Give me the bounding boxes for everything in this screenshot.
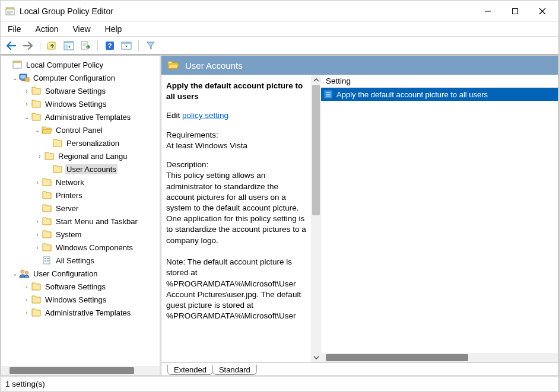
menu-action[interactable]: Action — [33, 23, 61, 35]
folder-icon — [52, 164, 63, 174]
show-hide-tree-button[interactable] — [62, 39, 76, 53]
chevron-right-icon[interactable]: › — [33, 244, 42, 251]
tree-control-panel[interactable]: ⌄ Control Panel — [1, 123, 160, 136]
chevron-right-icon[interactable]: › — [36, 153, 44, 160]
menu-file[interactable]: File — [5, 23, 24, 35]
policy-item-icon — [323, 90, 333, 99]
tree-user-admin[interactable]: › Administrative Templates — [1, 306, 160, 319]
folder-icon — [31, 308, 42, 317]
svg-rect-29 — [45, 260, 46, 262]
svg-rect-11 — [65, 44, 68, 49]
svg-rect-25 — [25, 78, 29, 81]
chevron-right-icon[interactable]: › — [33, 179, 42, 186]
svg-point-32 — [26, 272, 28, 275]
requirements-text: At least Windows Vista — [166, 141, 306, 151]
forward-button[interactable] — [21, 39, 35, 53]
help-button[interactable]: ? — [103, 39, 117, 53]
maximize-button[interactable] — [501, 2, 529, 20]
scrollbar-track[interactable] — [311, 85, 321, 352]
svg-rect-10 — [64, 42, 74, 43]
back-button[interactable] — [4, 39, 18, 53]
scroll-up-arrow[interactable] — [311, 75, 321, 85]
tree-software-settings[interactable]: › Software Settings — [1, 84, 160, 97]
folder-icon — [42, 230, 52, 239]
folder-icon — [31, 99, 42, 109]
chevron-down-icon[interactable]: ⌄ — [23, 114, 31, 120]
tree-regional[interactable]: › Regional and Langu — [1, 149, 160, 162]
window-title: Local Group Policy Editor — [20, 7, 474, 16]
tree-all-settings[interactable]: All Settings — [1, 254, 160, 267]
column-header-setting: Setting — [326, 77, 351, 85]
list-header-setting[interactable]: Setting — [321, 75, 558, 88]
tree-personalization[interactable]: Personalization — [1, 136, 160, 149]
list-horizontal-scrollbar[interactable] — [321, 353, 558, 362]
tree-admin-templates[interactable]: ⌄ Administrative Templates — [1, 110, 160, 123]
tab-standard[interactable]: Standard — [212, 365, 257, 375]
tree-start-menu[interactable]: › Start Menu and Taskbar — [1, 215, 160, 228]
tree-horizontal-scrollbar[interactable] — [1, 366, 160, 375]
tree-windows-components[interactable]: › Windows Components — [1, 241, 160, 254]
tree-label: User Accounts — [65, 164, 117, 174]
tree-user-accounts[interactable]: User Accounts — [1, 162, 160, 176]
tree-user-config[interactable]: ⌄ User Configuration — [1, 267, 160, 280]
description-label: Description: — [166, 160, 306, 170]
folder-icon — [44, 151, 55, 161]
tree-system[interactable]: › System — [1, 228, 160, 241]
list-row[interactable]: Apply the default account picture to all… — [321, 88, 558, 101]
folder-icon — [42, 177, 52, 187]
tree-panel: Local Computer Policy ⌄ Computer Configu… — [1, 55, 160, 376]
chevron-down-icon[interactable]: ⌄ — [11, 75, 19, 81]
tree-label: Control Panel — [55, 125, 104, 135]
description-vertical-scrollbar[interactable] — [311, 75, 321, 362]
description-body: This policy setting allows an administra… — [166, 170, 306, 321]
folder-icon — [52, 138, 63, 148]
list-row-label: Apply the default account picture to all… — [336, 90, 488, 99]
folder-open-icon — [42, 125, 52, 135]
scroll-down-arrow[interactable] — [311, 352, 321, 362]
tree-network[interactable]: › Network — [1, 176, 160, 189]
category-header: User Accounts — [161, 56, 558, 75]
options-button[interactable] — [119, 39, 134, 53]
tree-user-software[interactable]: › Software Settings — [1, 280, 160, 293]
tree-label: Personalization — [65, 138, 120, 148]
tree-view[interactable]: Local Computer Policy ⌄ Computer Configu… — [1, 56, 160, 366]
menu-help[interactable]: Help — [103, 23, 125, 35]
tree-label: Windows Components — [55, 243, 134, 253]
tree-windows-settings[interactable]: › Windows Settings — [1, 97, 160, 110]
menu-view[interactable]: View — [70, 23, 93, 35]
scrollbar-thumb[interactable] — [326, 354, 468, 361]
tree-computer-config[interactable]: ⌄ Computer Configuration — [1, 71, 160, 84]
chevron-right-icon[interactable]: › — [23, 88, 31, 94]
close-button[interactable] — [529, 2, 556, 20]
tree-label: Administrative Templates — [44, 308, 132, 318]
chevron-right-icon[interactable]: › — [23, 283, 31, 290]
minimize-button[interactable] — [474, 2, 501, 20]
scrollbar-thumb[interactable] — [9, 367, 134, 374]
tree-label: Local Computer Policy — [25, 60, 104, 70]
tree-printers[interactable]: Printers — [1, 189, 160, 202]
tab-extended[interactable]: Extended — [167, 365, 213, 375]
tree-user-windows[interactable]: › Windows Settings — [1, 293, 160, 306]
filter-button[interactable] — [144, 39, 158, 53]
settings-list: Setting Apply the default account pictur… — [321, 75, 558, 362]
tree-label: System — [55, 230, 82, 240]
tree-root[interactable]: Local Computer Policy — [1, 58, 160, 71]
tree-server[interactable]: Server — [1, 202, 160, 215]
scrollbar-thumb[interactable] — [312, 85, 320, 215]
list-body[interactable]: Apply the default account picture to all… — [321, 88, 558, 353]
chevron-right-icon[interactable]: › — [33, 218, 42, 225]
chevron-down-icon[interactable]: ⌄ — [11, 270, 19, 277]
chevron-right-icon[interactable]: › — [33, 231, 42, 238]
tree-label: Server — [55, 203, 80, 213]
up-button[interactable] — [45, 39, 59, 53]
edit-policy-link[interactable]: policy setting — [182, 111, 228, 120]
main-area: Local Computer Policy ⌄ Computer Configu… — [1, 55, 558, 376]
tree-label: Start Menu and Taskbar — [55, 216, 139, 227]
edit-prefix: Edit — [166, 111, 182, 120]
chevron-right-icon[interactable]: › — [23, 297, 31, 303]
chevron-down-icon[interactable]: ⌄ — [33, 127, 42, 133]
chevron-right-icon[interactable]: › — [23, 310, 31, 316]
chevron-right-icon[interactable]: › — [23, 101, 31, 107]
app-icon — [5, 7, 15, 16]
export-list-button[interactable] — [78, 39, 93, 53]
